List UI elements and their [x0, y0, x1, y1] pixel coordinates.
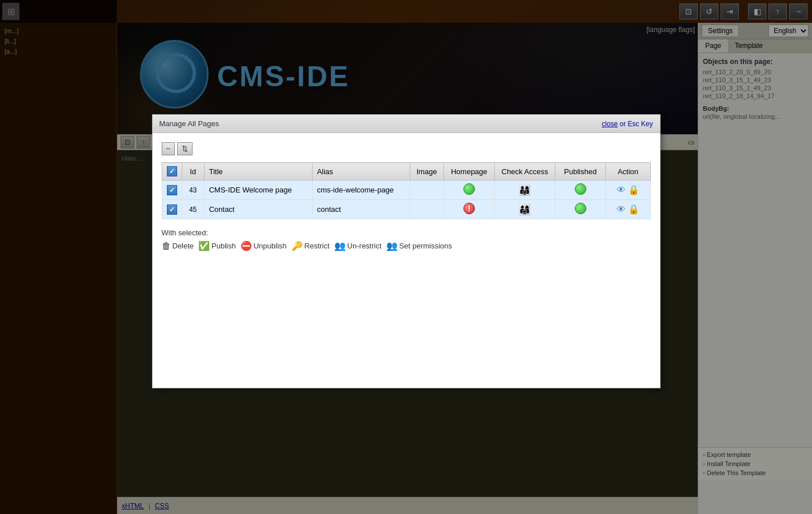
permissions-icon: 👥: [386, 240, 398, 251]
set-permissions-action[interactable]: 👥 Set permissions: [386, 240, 452, 251]
row2-check-access: 👨‍👩‍👧: [495, 200, 555, 219]
restrict-icon: 🔑: [291, 240, 303, 251]
col-action: Action: [606, 163, 650, 180]
table-row: 43 CMS-IDE Welcome page cms-ide-welcome-…: [162, 180, 650, 200]
delete-label: Delete: [173, 242, 194, 250]
row2-eye-icon[interactable]: 👁: [617, 204, 626, 215]
check-access-people-icon-2: 👨‍👩‍👧: [518, 203, 531, 216]
row2-action-icons: 👁 🔒: [610, 204, 645, 215]
col-published: Published: [555, 163, 606, 180]
arrows-button[interactable]: ⇅: [177, 142, 193, 155]
row1-published: [555, 180, 606, 200]
delete-action[interactable]: 🗑 Delete: [162, 241, 194, 251]
row1-checkbox[interactable]: [167, 185, 177, 195]
pages-table: Id Title Alias Image Homepage Check Acce…: [162, 162, 651, 219]
row1-homepage: [443, 180, 494, 200]
header-checkbox[interactable]: [167, 166, 177, 176]
row2-checkbox-cell: [162, 200, 182, 219]
row1-image: [410, 180, 443, 200]
unrestrict-icon: 👥: [334, 240, 346, 251]
published-green-icon: [575, 183, 586, 195]
row1-eye-icon[interactable]: 👁: [617, 185, 626, 195]
restrict-label: Restrict: [305, 242, 330, 250]
row2-image: [410, 200, 443, 219]
row2-title[interactable]: Contact: [204, 200, 312, 219]
table-header: Id Title Alias Image Homepage Check Acce…: [162, 163, 650, 180]
row1-action: 👁 🔒: [606, 180, 650, 200]
with-selected-label: With selected:: [162, 228, 651, 237]
manage-pages-modal: Manage All Pages close or Esc Key − ⇅: [152, 114, 661, 388]
col-check-access: Check Access: [495, 163, 555, 180]
col-id: Id: [182, 163, 204, 180]
minus-button[interactable]: −: [162, 142, 175, 155]
delete-icon: 🗑: [162, 241, 171, 251]
row1-action-icons: 👁 🔒: [610, 184, 645, 195]
row2-published: [555, 200, 606, 219]
row2-checkbox[interactable]: [167, 204, 177, 215]
row2-action: 👁 🔒: [606, 200, 650, 219]
permissions-label: Set permissions: [399, 242, 452, 250]
publish-label: Publish: [211, 242, 236, 250]
row1-checkbox-cell: [162, 180, 182, 200]
published-green-icon-2: [575, 203, 586, 214]
check-access-people-icon: 👨‍👩‍👧: [518, 184, 531, 196]
homepage-red-icon: [463, 203, 475, 214]
modal-body: − ⇅ Id Title Alias Image Homepage Che: [153, 133, 660, 260]
table-row: 45 Contact contact 👨‍👩‍👧: [162, 200, 650, 219]
row1-check-access: 👨‍👩‍👧: [495, 180, 555, 200]
unrestrict-action[interactable]: 👥 Un-restrict: [334, 240, 382, 251]
modal-title: Manage All Pages: [159, 119, 219, 128]
modal-close-link[interactable]: close: [602, 120, 618, 128]
modal-titlebar: Manage All Pages close or Esc Key: [153, 115, 660, 133]
unpublish-action[interactable]: ⛔ Unpublish: [241, 240, 287, 251]
row2-lock-icon[interactable]: 🔒: [628, 204, 639, 215]
row1-title[interactable]: CMS-IDE Welcome page: [204, 180, 312, 200]
publish-action[interactable]: ✅ Publish: [198, 240, 236, 251]
row1-id: 43: [182, 180, 204, 200]
actions-row: 🗑 Delete ✅ Publish ⛔ Unpublish 🔑 Restric…: [162, 240, 651, 251]
unpublish-label: Unpublish: [254, 242, 287, 250]
modal-overlay: Manage All Pages close or Esc Key − ⇅: [0, 0, 812, 514]
row1-alias: cms-ide-welcome-page: [312, 180, 410, 200]
table-body: 43 CMS-IDE Welcome page cms-ide-welcome-…: [162, 180, 650, 219]
col-title: Title: [204, 163, 312, 180]
col-homepage: Homepage: [443, 163, 494, 180]
unpublish-icon: ⛔: [241, 240, 252, 251]
modal-close-area: close or Esc Key: [602, 120, 653, 128]
unrestrict-label: Un-restrict: [347, 242, 382, 250]
col-alias: Alias: [312, 163, 410, 180]
col-checkbox: [162, 163, 182, 180]
modal-toolbar: − ⇅: [162, 142, 651, 155]
row2-homepage: [443, 200, 494, 219]
col-image: Image: [410, 163, 443, 180]
modal-close-suffix: or Esc Key: [619, 120, 653, 128]
row2-id: 45: [182, 200, 204, 219]
publish-check-icon: ✅: [198, 240, 210, 251]
with-selected-section: With selected: 🗑 Delete ✅ Publish ⛔ Unpu…: [162, 228, 651, 251]
restrict-action[interactable]: 🔑 Restrict: [291, 240, 330, 251]
row2-alias: contact: [312, 200, 410, 219]
row1-lock-icon[interactable]: 🔒: [628, 184, 639, 195]
homepage-green-icon: [463, 183, 475, 195]
